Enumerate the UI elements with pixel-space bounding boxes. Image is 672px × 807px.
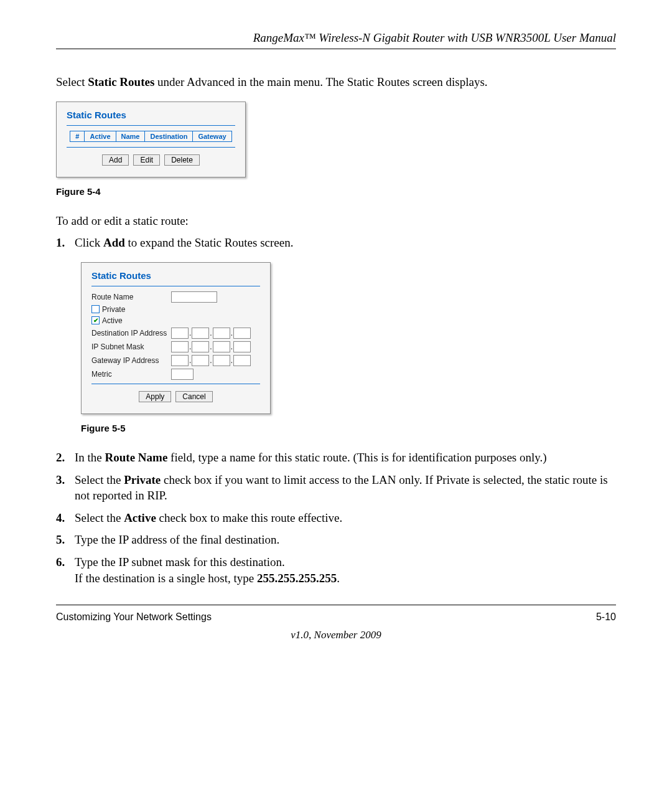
metric-row: Metric <box>91 369 260 380</box>
static-routes-list-panel: Static Routes # Active Name Destination … <box>56 101 246 177</box>
step-6-line2-bold: 255.255.255.255 <box>257 572 337 585</box>
step-1-after: to expand the Static Routes screen. <box>125 236 294 249</box>
form-divider-top <box>91 286 260 286</box>
gateway-row: Gateway IP Address ... <box>91 355 260 366</box>
document-header: RangeMax™ Wireless-N Gigabit Router with… <box>56 31 616 45</box>
dest-ip-seg4[interactable] <box>233 328 251 339</box>
subnet-row: IP Subnet Mask ... <box>91 341 260 352</box>
step-3: 3. Select the Private check box if you w… <box>56 472 616 504</box>
step-5: 5. Type the IP address of the final dest… <box>56 532 616 548</box>
col-hash: # <box>70 131 85 141</box>
panel-title: Static Routes <box>67 110 235 120</box>
static-routes-table: # Active Name Destination Gateway <box>70 131 231 142</box>
figure-5-4-caption: Figure 5-4 <box>56 186 616 197</box>
step-3-bold: Private <box>124 473 161 486</box>
step-4-bold: Active <box>124 511 156 524</box>
step-2: 2. In the Route Name field, type a name … <box>56 450 616 466</box>
gateway-seg2[interactable] <box>192 355 209 366</box>
gateway-seg3[interactable] <box>213 355 230 366</box>
step-4-after: check box to make this route effective. <box>156 511 342 524</box>
apply-button[interactable]: Apply <box>139 391 171 402</box>
step-2-before: In the <box>75 451 105 464</box>
dest-ip-row: Destination IP Address ... <box>91 328 260 339</box>
step-6-line2-before: If the destination is a single host, typ… <box>75 572 257 585</box>
route-name-label: Route Name <box>91 293 171 301</box>
active-row: ✔ Active <box>91 316 260 325</box>
footer-page: 5-10 <box>596 611 616 623</box>
footer-left: Customizing Your Network Settings <box>56 611 212 623</box>
static-routes-form-panel: Static Routes Route Name Private ✔ Activ… <box>81 262 271 414</box>
col-destination: Destination <box>145 131 193 141</box>
gateway-seg1[interactable] <box>171 355 189 366</box>
step-6-num: 6. <box>56 554 65 570</box>
subnet-seg3[interactable] <box>213 341 230 352</box>
active-label: Active <box>102 316 123 325</box>
gateway-seg4[interactable] <box>233 355 251 366</box>
intro-bold: Static Routes <box>88 75 154 88</box>
add-edit-intro: To add or edit a static route: <box>56 213 616 229</box>
step-6-line2-after: . <box>337 572 340 585</box>
step-2-num: 2. <box>56 450 65 466</box>
dest-ip-label: Destination IP Address <box>91 329 171 337</box>
add-button[interactable]: Add <box>102 154 129 166</box>
intro-text-after: under Advanced in the main menu. The Sta… <box>154 75 487 88</box>
form-button-row: Apply Cancel <box>91 389 260 402</box>
footer: Customizing Your Network Settings 5-10 <box>56 611 616 623</box>
step-5-text: Type the IP address of the final destina… <box>75 533 279 546</box>
intro-paragraph: Select Static Routes under Advanced in t… <box>56 74 616 90</box>
private-checkbox[interactable] <box>91 305 100 313</box>
intro-text-before: Select <box>56 75 88 88</box>
col-name: Name <box>116 131 145 141</box>
step-4-num: 4. <box>56 510 65 526</box>
col-active: Active <box>85 131 116 141</box>
metric-label: Metric <box>91 370 171 379</box>
step-6: 6. Type the IP subnet mask for this dest… <box>56 554 616 586</box>
step-1-bold: Add <box>103 236 125 249</box>
step-5-num: 5. <box>56 532 65 548</box>
step-1-before: Click <box>75 236 103 249</box>
subnet-label: IP Subnet Mask <box>91 342 171 351</box>
metric-input[interactable] <box>171 369 194 380</box>
private-label: Private <box>102 305 125 314</box>
step-3-before: Select the <box>75 473 124 486</box>
gateway-label: Gateway IP Address <box>91 356 171 365</box>
step-6-line1: Type the IP subnet mask for this destina… <box>75 555 285 569</box>
private-row: Private <box>91 305 260 314</box>
dest-ip-seg1[interactable] <box>171 328 189 339</box>
subnet-seg2[interactable] <box>192 341 209 352</box>
delete-button[interactable]: Delete <box>164 154 200 166</box>
form-divider-bottom <box>91 384 260 384</box>
step-4: 4. Select the Active check box to make t… <box>56 510 616 526</box>
route-name-row: Route Name <box>91 291 260 303</box>
active-checkbox[interactable]: ✔ <box>91 316 100 324</box>
step-4-before: Select the <box>75 511 124 524</box>
figure-5-5-caption: Figure 5-5 <box>81 423 616 433</box>
header-rule <box>56 49 616 49</box>
edit-button[interactable]: Edit <box>133 154 160 166</box>
subnet-seg4[interactable] <box>233 341 251 352</box>
footer-version: v1.0, November 2009 <box>56 629 616 641</box>
dest-ip-seg3[interactable] <box>213 328 230 339</box>
step-2-after: field, type a name for this static route… <box>167 451 546 464</box>
col-gateway: Gateway <box>193 131 231 141</box>
route-name-input[interactable] <box>171 291 217 303</box>
panel-divider-2 <box>67 147 235 148</box>
subnet-seg1[interactable] <box>171 341 189 352</box>
step-1-num: 1. <box>56 235 65 251</box>
panel-title-2: Static Routes <box>91 270 260 281</box>
table-button-row: Add Edit Delete <box>67 153 235 166</box>
footer-rule <box>56 605 616 605</box>
dest-ip-seg2[interactable] <box>192 328 209 339</box>
panel-divider <box>67 125 235 126</box>
step-2-bold: Route Name <box>105 451 168 464</box>
step-1: 1. Click Add to expand the Static Routes… <box>56 235 616 251</box>
cancel-button[interactable]: Cancel <box>175 391 212 402</box>
step-3-num: 3. <box>56 472 65 488</box>
